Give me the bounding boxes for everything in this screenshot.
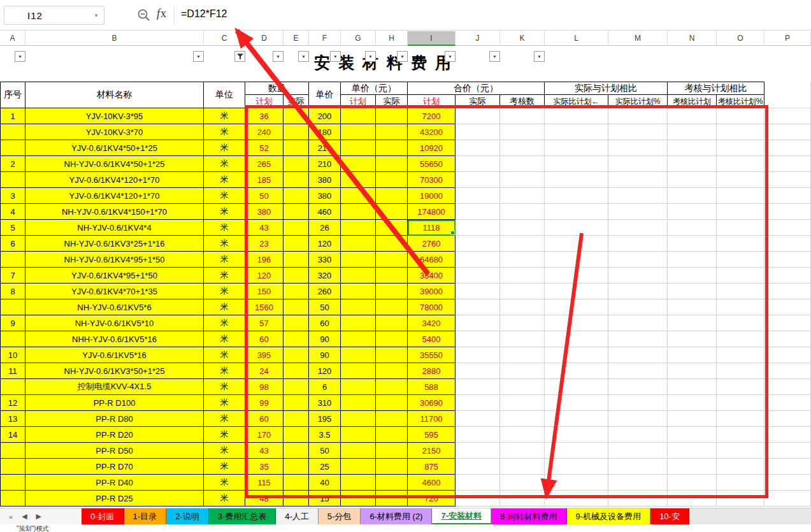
name-box[interactable]: I12 ▼ xyxy=(4,6,104,25)
cell-qty-actual[interactable] xyxy=(283,268,309,284)
cell-check-vs-plan-abs[interactable] xyxy=(668,427,717,443)
cell-seq[interactable]: 9 xyxy=(0,315,25,331)
column-header-e[interactable]: E xyxy=(283,31,309,46)
cell-material-name[interactable]: YJV-0.6/1KV4*50+1*25 xyxy=(25,140,204,156)
cell-total-actual[interactable] xyxy=(456,284,500,299)
cell-unit[interactable]: 米 xyxy=(204,395,245,411)
header-price-plan[interactable]: 计划 xyxy=(341,95,376,108)
filter-dropdown-icon[interactable] xyxy=(193,51,204,62)
cell-price[interactable]: 90 xyxy=(309,347,341,363)
cell-total-plan[interactable]: 38400 xyxy=(408,268,456,284)
cell-check-vs-plan-abs[interactable] xyxy=(668,299,717,315)
cell-qty-plan[interactable]: 99 xyxy=(245,395,283,411)
sheet-tab[interactable]: 2-说明 xyxy=(166,508,209,524)
cell-price-actual[interactable] xyxy=(376,172,408,188)
cell-price-plan[interactable] xyxy=(341,363,376,379)
cell-price-plan[interactable] xyxy=(341,268,376,284)
cell-actual-vs-plan-abs[interactable] xyxy=(545,379,608,395)
cell-empty-p[interactable] xyxy=(764,284,811,299)
cell-price[interactable]: 50 xyxy=(309,299,341,315)
cell-seq[interactable] xyxy=(0,172,25,188)
cell-empty-p[interactable] xyxy=(764,236,811,252)
column-header-m[interactable]: M xyxy=(608,31,668,46)
cell-seq[interactable] xyxy=(0,140,25,156)
cell-check-vs-plan-pct[interactable] xyxy=(717,315,764,331)
cell-unit[interactable]: 米 xyxy=(204,108,245,124)
cell-qty-plan[interactable]: 24 xyxy=(245,363,283,379)
cell-material-name[interactable]: NH-YJV-0.6/1KV3*50+1*25 xyxy=(25,363,204,379)
cell-price-actual[interactable] xyxy=(376,299,408,315)
cell-material-name[interactable]: YJV-10KV-3*70 xyxy=(25,124,204,140)
cell-seq[interactable] xyxy=(0,331,25,347)
column-header-p[interactable]: P xyxy=(764,31,811,46)
cell-qty-plan[interactable]: 50 xyxy=(245,188,283,204)
cell-empty-p[interactable] xyxy=(764,331,811,347)
cell-total-actual[interactable] xyxy=(456,156,500,172)
cell-actual-vs-plan-abs[interactable] xyxy=(545,140,608,156)
cell-total-plan[interactable]: 875 xyxy=(408,459,456,475)
cell-actual-vs-plan-pct[interactable] xyxy=(608,411,668,427)
cell-check-count[interactable] xyxy=(500,395,545,411)
cell-price-actual[interactable] xyxy=(376,140,408,156)
cell-price[interactable]: 120 xyxy=(309,236,341,252)
cell-actual-vs-plan-pct[interactable] xyxy=(608,443,668,459)
cell-check-vs-plan-pct[interactable] xyxy=(717,427,764,443)
cell-seq[interactable] xyxy=(0,379,25,395)
cell-price-actual[interactable] xyxy=(376,395,408,411)
cell-empty-p[interactable] xyxy=(764,124,811,140)
cell-material-name[interactable]: NH-YJV-0.6/1KV4*50+1*25 xyxy=(25,156,204,172)
cell-seq[interactable]: 6 xyxy=(0,236,25,252)
cell-total-plan[interactable]: 55650 xyxy=(408,156,456,172)
cell-material-name[interactable]: YJV-0.6/1KV4*120+1*70 xyxy=(25,172,204,188)
sheet-tab[interactable]: 7-安装材料 xyxy=(432,508,491,524)
cell-qty-plan[interactable]: 240 xyxy=(245,124,283,140)
cell-seq[interactable]: 10 xyxy=(0,347,25,363)
cell-total-actual[interactable] xyxy=(456,427,500,443)
cell-price-plan[interactable] xyxy=(341,156,376,172)
cell-qty-actual[interactable] xyxy=(283,427,309,443)
cell-material-name[interactable]: YJV-0.6/1KV4*120+1*70 xyxy=(25,188,204,204)
cell-check-count[interactable] xyxy=(500,491,545,507)
cell-actual-vs-plan-abs[interactable] xyxy=(545,427,608,443)
cell-total-plan[interactable]: 64680 xyxy=(408,252,456,268)
cell-material-name[interactable]: PP-R D40 xyxy=(25,475,204,491)
cell-check-vs-plan-abs[interactable] xyxy=(668,220,717,236)
header-check-vs-plan-pct[interactable]: 考核比计划% xyxy=(717,95,764,108)
cell-check-vs-plan-pct[interactable] xyxy=(717,491,764,507)
cell-price[interactable]: 310 xyxy=(309,395,341,411)
cell-qty-plan[interactable]: 60 xyxy=(245,411,283,427)
header-material-name[interactable]: 材料名称 xyxy=(25,82,204,108)
cell-unit[interactable]: 米 xyxy=(204,220,245,236)
cell-price-actual[interactable] xyxy=(376,124,408,140)
cell-total-plan[interactable]: 70300 xyxy=(408,172,456,188)
cell-check-count[interactable] xyxy=(500,315,545,331)
column-header-i-selected[interactable]: I xyxy=(408,31,456,46)
cell-total-actual[interactable] xyxy=(456,315,500,331)
cell-actual-vs-plan-abs[interactable] xyxy=(545,172,608,188)
cell-qty-plan[interactable]: 150 xyxy=(245,284,283,299)
cell-price-actual[interactable] xyxy=(376,236,408,252)
cell-total-actual[interactable] xyxy=(456,268,500,284)
cell-check-count[interactable] xyxy=(500,108,545,124)
cell-check-vs-plan-pct[interactable] xyxy=(717,379,764,395)
cell-actual-vs-plan-abs[interactable] xyxy=(545,459,608,475)
cell-material-name[interactable]: NH-YJV-0.6/1KV4*95+1*50 xyxy=(25,252,204,268)
cell-unit[interactable]: 米 xyxy=(204,427,245,443)
cell-qty-actual[interactable] xyxy=(283,491,309,507)
cell-price[interactable]: 195 xyxy=(309,411,341,427)
header-qty-actual[interactable]: 实际 xyxy=(283,95,309,108)
cell-price[interactable]: 60 xyxy=(309,315,341,331)
column-header-a[interactable]: A xyxy=(0,31,25,46)
cell-check-vs-plan-abs[interactable] xyxy=(668,331,717,347)
cell-total-plan[interactable]: 78000 xyxy=(408,299,456,315)
column-header-h[interactable]: H xyxy=(376,31,408,46)
cell-material-name[interactable]: NH-YJV-0.6/1KV4*150+1*70 xyxy=(25,204,204,220)
cell-check-vs-plan-pct[interactable] xyxy=(717,172,764,188)
cell-empty-p[interactable] xyxy=(764,363,811,379)
cell-actual-vs-plan-abs[interactable] xyxy=(545,491,608,507)
cell-empty-p[interactable] xyxy=(764,411,811,427)
cell-check-count[interactable] xyxy=(500,427,545,443)
cell-material-name[interactable]: PP-R D50 xyxy=(25,443,204,459)
cell-check-vs-plan-pct[interactable] xyxy=(717,124,764,140)
cell-total-actual[interactable] xyxy=(456,379,500,395)
